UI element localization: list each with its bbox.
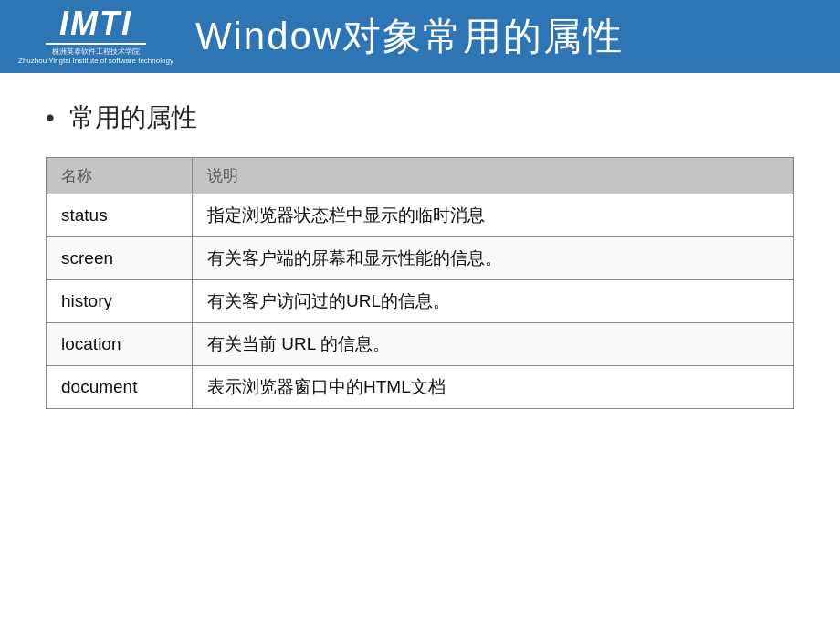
table-row: status指定浏览器状态栏中显示的临时消息 [47,194,794,237]
col-header-desc: 说明 [193,158,794,194]
logo-imti-text: IMTI [59,7,132,40]
property-name: screen [47,237,193,280]
property-desc: 有关客户端的屏幕和显示性能的信息。 [193,237,794,280]
property-name: status [47,194,193,237]
table-row: history有关客户访问过的URL的信息。 [47,280,794,323]
property-desc: 有关客户访问过的URL的信息。 [193,280,794,323]
property-desc: 指定浏览器状态栏中显示的临时消息 [193,194,794,237]
logo-area: IMTI 株洲英泰软件工程技术学院 Zhuzhou Yingtai Instit… [18,7,173,67]
property-desc: 表示浏览器窗口中的HTML文档 [193,366,794,409]
bullet-icon: • [46,105,55,131]
page-title: Window对象常用的属性 [195,11,624,62]
main-content: • 常用的属性 名称 说明 status指定浏览器状态栏中显示的临时消息scre… [0,73,840,427]
property-desc: 有关当前 URL 的信息。 [193,323,794,366]
table-header-row: 名称 说明 [47,158,794,194]
logo-subtitle-line1: 株洲英泰软件工程技术学院 Zhuzhou Yingtai Institute o… [18,47,173,67]
header: IMTI 株洲英泰软件工程技术学院 Zhuzhou Yingtai Instit… [0,0,840,73]
table-row: document表示浏览器窗口中的HTML文档 [47,366,794,409]
bullet-label: 常用的属性 [69,100,197,135]
logo-divider [46,43,146,45]
bullet-section: • 常用的属性 [46,100,794,135]
properties-table: 名称 说明 status指定浏览器状态栏中显示的临时消息screen有关客户端的… [46,157,794,409]
property-name: document [47,366,193,409]
table-row: location有关当前 URL 的信息。 [47,323,794,366]
table-row: screen有关客户端的屏幕和显示性能的信息。 [47,237,794,280]
property-name: history [47,280,193,323]
property-name: location [47,323,193,366]
col-header-name: 名称 [47,158,193,194]
